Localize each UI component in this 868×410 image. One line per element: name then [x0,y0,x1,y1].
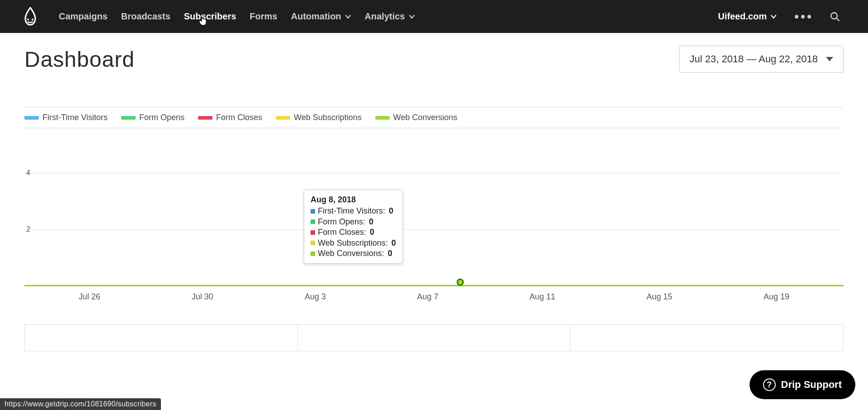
search-button[interactable] [829,11,841,23]
legend-label: Form Opens [139,113,184,122]
drip-logo-icon [23,7,38,27]
chart-area[interactable]: 4 2 Aug 8, 2018 First-Time Visitors: 0 F… [24,139,844,302]
x-tick-label: Aug 19 [764,292,789,302]
search-icon [830,11,840,22]
nav-label: Subscribers [184,11,236,22]
y-tick-label: 4 [26,169,30,177]
page-title: Dashboard [24,47,135,72]
tooltip-swatch [311,241,315,245]
nav-label: Campaigns [59,11,108,22]
nav-automation[interactable]: Automation [291,11,351,22]
support-widget[interactable]: ? Drip Support [750,370,855,399]
tooltip-label: Form Opens: [318,217,365,227]
tooltip-swatch [311,252,315,256]
chevron-down-icon [409,14,415,20]
svg-line-3 [836,18,839,21]
dot-icon [807,15,811,19]
y-tick-label: 2 [26,225,30,233]
chevron-down-icon [345,14,351,20]
dot-icon [795,15,798,19]
tooltip-value: 0 [369,217,373,227]
nav-broadcasts[interactable]: Broadcasts [121,11,170,22]
browser-statusbar: https://www.getdrip.com/1081690/subscrib… [0,398,161,410]
chevron-down-icon [770,14,777,20]
chart-gridline [24,173,844,173]
legend-swatch [198,116,212,120]
tooltip-row: Form Opens: 0 [311,217,396,227]
chart-legend: First-Time Visitors Form Opens Form Clos… [24,107,844,128]
nav-label: Broadcasts [121,11,170,22]
chart-x-axis: Jul 26 Jul 30 Aug 3 Aug 7 Aug 11 Aug 15 … [24,292,844,302]
legend-form-opens[interactable]: Form Opens [121,113,184,122]
legend-form-closes[interactable]: Form Closes [198,113,262,122]
dot-icon [801,15,805,19]
x-tick-label: Jul 30 [192,292,213,302]
topbar: Campaigns Broadcasts Subscribers Forms A… [0,0,868,33]
nav-forms[interactable]: Forms [250,11,277,22]
chart-hover-point [457,279,464,286]
main-nav: Campaigns Broadcasts Subscribers Forms A… [59,11,718,22]
svg-point-1 [32,18,33,20]
nav-label: Analytics [365,11,405,22]
topbar-right: Uifeed.com [718,11,841,23]
page-header: Dashboard Jul 23, 2018 — Aug 22, 2018 [24,46,844,73]
x-tick-label: Aug 3 [305,292,326,302]
legend-web-subscriptions[interactable]: Web Subscriptions [276,113,362,122]
tooltip-label: First-Time Visitors: [318,206,385,216]
legend-swatch [24,116,39,120]
nav-analytics[interactable]: Analytics [365,11,415,22]
help-icon: ? [763,378,776,391]
tooltip-value: 0 [370,227,374,238]
legend-label: Web Conversions [393,113,458,122]
stat-panel[interactable] [24,324,298,351]
chart-tooltip: Aug 8, 2018 First-Time Visitors: 0 Form … [304,190,403,264]
svg-point-0 [27,18,29,20]
tooltip-row: Web Conversions: 0 [311,248,396,259]
tooltip-row: First-Time Visitors: 0 [311,206,396,216]
chart-gridline [24,229,844,230]
account-switcher[interactable]: Uifeed.com [718,11,777,22]
tooltip-value: 0 [389,206,393,216]
tooltip-value: 0 [392,238,396,248]
stat-panel[interactable] [571,324,844,351]
page: Dashboard Jul 23, 2018 — Aug 22, 2018 Fi… [0,33,868,351]
legend-label: First-Time Visitors [42,113,108,122]
account-label: Uifeed.com [718,11,767,22]
tooltip-label: Web Subscriptions: [318,238,388,248]
dropdown-triangle-icon [826,57,833,61]
tooltip-date: Aug 8, 2018 [311,195,396,205]
date-range-picker[interactable]: Jul 23, 2018 — Aug 22, 2018 [679,46,844,73]
tooltip-label: Web Conversions: [318,248,384,259]
x-tick-label: Jul 26 [79,292,100,302]
x-tick-label: Aug 11 [529,292,555,302]
nav-label: Forms [250,11,277,22]
support-label: Drip Support [781,379,842,391]
tooltip-label: Form Closes: [318,227,366,238]
date-range-label: Jul 23, 2018 — Aug 22, 2018 [689,53,818,65]
statusbar-text: https://www.getdrip.com/1081690/subscrib… [5,400,156,408]
tooltip-row: Web Subscriptions: 0 [311,238,396,248]
tooltip-swatch [311,230,315,235]
legend-first-time-visitors[interactable]: First-Time Visitors [24,113,108,122]
legend-label: Web Subscriptions [294,113,362,122]
nav-subscribers[interactable]: Subscribers [184,11,236,22]
stat-panels-row [24,324,844,351]
x-tick-label: Aug 15 [646,292,672,302]
logo[interactable] [23,7,38,27]
legend-swatch [276,116,290,120]
tooltip-swatch [311,209,315,214]
tooltip-swatch [311,219,315,224]
legend-label: Form Closes [216,113,262,122]
stat-panel[interactable] [298,324,571,351]
tooltip-value: 0 [388,248,392,259]
legend-swatch [375,116,390,120]
chart-series-line [24,285,844,286]
nav-campaigns[interactable]: Campaigns [59,11,108,22]
x-tick-label: Aug 7 [417,292,438,302]
legend-swatch [121,116,136,120]
more-menu[interactable] [795,15,811,19]
tooltip-row: Form Closes: 0 [311,227,396,238]
legend-web-conversions[interactable]: Web Conversions [375,113,458,122]
nav-label: Automation [291,11,341,22]
